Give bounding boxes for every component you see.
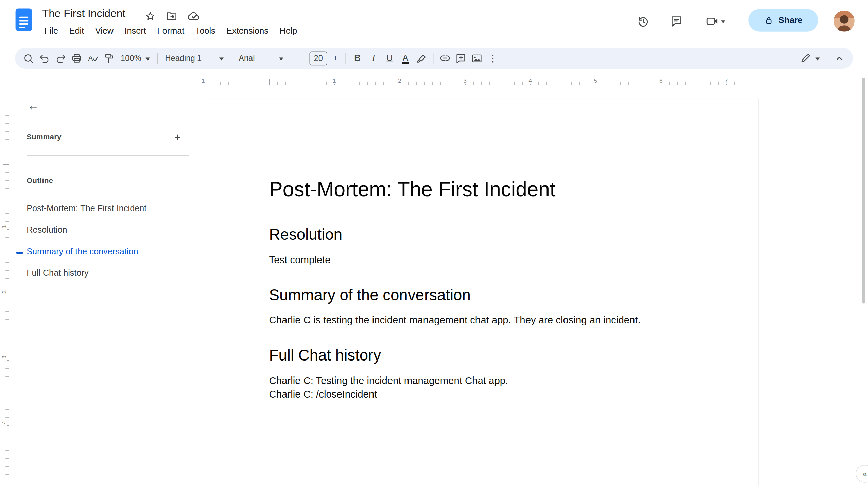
editing-mode-select[interactable] xyxy=(796,50,823,66)
menu-view[interactable]: View xyxy=(89,24,119,38)
close-outline-button[interactable]: ← xyxy=(24,97,42,115)
outline-active-indicator xyxy=(16,252,23,253)
docs-logo-icon[interactable] xyxy=(16,8,32,31)
decrease-font-size-button[interactable]: − xyxy=(295,50,308,66)
insert-image-button[interactable] xyxy=(469,50,485,66)
bold-button[interactable]: B xyxy=(349,50,365,66)
double-chevron-left-icon: « xyxy=(862,469,867,479)
chevron-down-icon xyxy=(146,57,150,63)
more-toolbar-options-button[interactable]: ⋮ xyxy=(485,50,501,66)
zoom-select[interactable]: 100% xyxy=(117,50,154,66)
doc-heading-chat-history[interactable]: Full Chat history xyxy=(269,346,693,365)
ruler-number: 5 xyxy=(593,77,598,84)
print-icon xyxy=(71,52,82,64)
toolbar-divider xyxy=(433,53,434,64)
font-family-select[interactable]: Arial xyxy=(235,50,288,66)
cloud-saved-icon xyxy=(187,10,201,23)
ruler-number: 2 xyxy=(1,288,7,296)
doc-section: Summary of the conversation Charlie C is… xyxy=(269,286,693,327)
search-icon xyxy=(23,52,34,64)
add-summary-button[interactable]: + xyxy=(169,129,186,146)
folder-move-icon xyxy=(166,10,178,22)
paragraph-style-select[interactable]: Heading 1 xyxy=(161,50,227,66)
image-icon xyxy=(471,52,483,64)
share-button[interactable]: Share xyxy=(748,9,818,32)
plus-icon: + xyxy=(333,54,338,63)
version-history-button[interactable] xyxy=(634,12,652,30)
paragraph-style-value: Heading 1 xyxy=(165,54,202,63)
italic-icon: I xyxy=(372,53,375,63)
spelling-check-button[interactable]: A xyxy=(85,50,101,66)
doc-paragraph[interactable]: Charlie C: /closeIncident xyxy=(269,388,693,402)
bold-icon: B xyxy=(354,53,360,63)
redo-button[interactable] xyxy=(53,50,69,66)
doc-heading-title[interactable]: Post-Mortem: The First Incident xyxy=(269,177,693,202)
document-status-button[interactable] xyxy=(187,9,201,23)
search-menus-button[interactable] xyxy=(20,50,36,66)
outline-item-full-chat-history[interactable]: Full Chat history xyxy=(27,268,187,278)
text-color-button[interactable]: A xyxy=(398,50,414,66)
summary-heading: Summary xyxy=(27,133,62,141)
doc-paragraph[interactable]: Test complete xyxy=(269,253,693,267)
outline-item-summary-of-conversation[interactable]: Summary of the conversation xyxy=(27,247,187,256)
sidebar-divider xyxy=(27,155,189,156)
toolbar-divider xyxy=(291,53,291,64)
paint-format-button[interactable] xyxy=(101,50,117,66)
show-side-panel-button[interactable]: « xyxy=(856,465,868,483)
ruler-number: 1 xyxy=(332,77,337,84)
insert-link-button[interactable] xyxy=(437,50,453,66)
menu-extensions[interactable]: Extensions xyxy=(221,24,274,38)
toolbar-divider xyxy=(157,53,158,64)
menu-format[interactable]: Format xyxy=(152,24,190,38)
avatar-photo xyxy=(834,11,855,32)
add-comment-button[interactable] xyxy=(453,50,469,66)
chevron-up-icon xyxy=(834,52,845,64)
lock-icon xyxy=(764,15,774,25)
move-to-folder-button[interactable] xyxy=(164,9,179,23)
hide-menus-button[interactable] xyxy=(832,50,848,66)
share-button-label: Share xyxy=(779,15,802,25)
redo-icon xyxy=(55,52,66,64)
menu-insert[interactable]: Insert xyxy=(119,24,152,38)
history-icon xyxy=(636,14,650,28)
document-page[interactable]: Post-Mortem: The First Incident Resoluti… xyxy=(204,99,758,486)
print-button[interactable] xyxy=(69,50,85,66)
outline-item-resolution[interactable]: Resolution xyxy=(27,225,187,235)
underline-button[interactable]: U xyxy=(381,50,397,66)
menu-edit[interactable]: Edit xyxy=(64,24,89,38)
link-icon xyxy=(439,52,451,64)
star-button[interactable] xyxy=(143,9,157,23)
highlight-color-button[interactable] xyxy=(414,50,430,66)
format-toolbar: A 100% Heading 1 Arial − xyxy=(15,48,853,69)
meet-call-button[interactable] xyxy=(703,12,725,30)
doc-heading-resolution[interactable]: Resolution xyxy=(269,225,693,244)
italic-button[interactable]: I xyxy=(365,50,381,66)
ruler-number: 6 xyxy=(658,77,664,84)
doc-paragraph[interactable]: Charlie C: Testing the incident manageme… xyxy=(269,374,693,388)
doc-section: Full Chat history Charlie C: Testing the… xyxy=(269,346,693,402)
comments-button[interactable] xyxy=(667,12,685,30)
increase-font-size-button[interactable]: + xyxy=(329,50,342,66)
comment-add-icon xyxy=(455,52,467,64)
outline-heading: Outline xyxy=(27,176,53,184)
doc-paragraph[interactable]: Charlie C is testing the incident manage… xyxy=(269,314,693,328)
star-icon xyxy=(144,10,156,22)
font-size-input[interactable]: 20 xyxy=(310,51,327,65)
menu-file[interactable]: File xyxy=(39,24,64,38)
document-title-input[interactable]: The First Incident xyxy=(42,7,125,20)
more-vert-icon: ⋮ xyxy=(488,52,498,64)
text-color-icon: A xyxy=(403,53,409,63)
account-avatar[interactable] xyxy=(834,11,855,32)
undo-button[interactable] xyxy=(37,50,53,66)
chevron-down-icon[interactable] xyxy=(721,20,725,25)
menubar: File Edit View Insert Format Tools Exten… xyxy=(39,24,303,38)
doc-heading-summary[interactable]: Summary of the conversation xyxy=(269,286,693,304)
outline-item-post-mortem[interactable]: Post-Mortem: The First Incident xyxy=(27,203,187,213)
menu-help[interactable]: Help xyxy=(274,24,303,38)
underline-icon: U xyxy=(386,53,393,63)
spellcheck-icon: A xyxy=(87,52,99,64)
vertical-scrollbar[interactable] xyxy=(862,78,865,304)
menu-tools[interactable]: Tools xyxy=(190,24,221,38)
ruler-number: 7 xyxy=(724,77,729,84)
ruler-number: 3 xyxy=(462,77,468,84)
